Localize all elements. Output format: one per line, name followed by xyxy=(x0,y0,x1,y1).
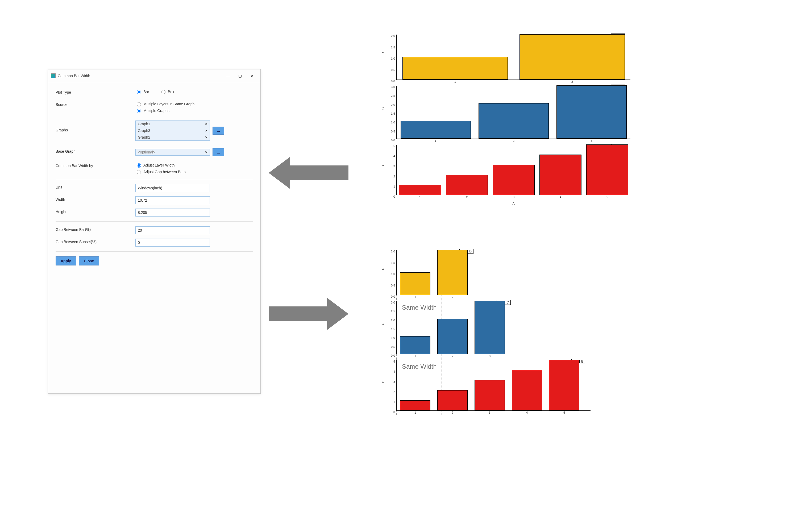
bar xyxy=(586,145,628,195)
bar xyxy=(512,370,543,411)
arrow-left-icon xyxy=(269,157,348,189)
plot-type-bar-radio[interactable]: Bar xyxy=(135,89,149,94)
bar xyxy=(478,103,549,138)
dialog-title: Common Bar Width xyxy=(58,74,222,78)
graph-chip[interactable]: Graph3 ✕ xyxy=(136,128,210,134)
bar xyxy=(400,336,431,354)
bar xyxy=(519,34,625,79)
plot-type-box-radio[interactable]: Box xyxy=(160,89,174,94)
bar xyxy=(539,155,582,195)
x-axis-label: A xyxy=(512,202,515,206)
height-field[interactable] xyxy=(135,209,210,216)
same-width-annotation: Same Width xyxy=(402,363,437,370)
bar-chart-c: CC0.00.51.01.52.02.53.0123 xyxy=(396,86,630,139)
graph-chip[interactable]: Graph2 ✕ xyxy=(136,134,210,140)
bar xyxy=(437,390,468,411)
bar xyxy=(446,175,488,195)
charts-before: DD0.00.51.01.52.012CC0.00.51.01.52.02.53… xyxy=(380,35,633,201)
unit-label: Unit xyxy=(56,184,135,189)
bar xyxy=(399,185,441,195)
bar xyxy=(402,57,508,79)
plot-type-label: Plot Type xyxy=(56,89,135,94)
bar-chart-b: BB01234512345Same Width xyxy=(396,360,590,411)
adjust-gap-radio[interactable]: Adjust Gap between Bars xyxy=(135,169,253,174)
browse-graphs-button[interactable]: ... xyxy=(212,127,224,135)
remove-graph-icon[interactable]: ✕ xyxy=(205,136,208,139)
maximize-button[interactable]: ▢ xyxy=(234,72,246,80)
bar xyxy=(556,86,627,138)
bar xyxy=(549,360,580,411)
graph-chip[interactable]: Graph1 ✕ xyxy=(136,121,210,128)
clear-base-graph-icon[interactable]: ✕ xyxy=(205,151,208,154)
graphs-label: Graphs xyxy=(56,120,135,132)
apply-button[interactable]: Apply xyxy=(56,256,76,265)
gap-subset-label: Gap Between Subset(%) xyxy=(56,239,135,244)
base-graph-label: Base Graph xyxy=(56,148,135,153)
bar xyxy=(401,121,471,138)
browse-base-graph-button[interactable]: ... xyxy=(212,148,224,156)
titlebar: Common Bar Width — ▢ ✕ xyxy=(48,70,261,82)
common-bar-width-dialog: Common Bar Width — ▢ ✕ Plot Type Bar Box xyxy=(48,69,261,394)
bar-chart-b: BB01234512345A xyxy=(396,145,630,195)
gap-subset-field[interactable] xyxy=(135,239,210,247)
source-multiple-graphs-radio[interactable]: Multiple Graphs xyxy=(135,108,253,113)
arrow-right-icon xyxy=(269,298,348,330)
bar xyxy=(475,301,505,354)
bar xyxy=(400,272,431,295)
close-button[interactable]: Close xyxy=(79,256,99,265)
gap-bar-label: Gap Between Bar(%) xyxy=(56,226,135,232)
bar xyxy=(475,380,505,411)
bar xyxy=(493,165,535,195)
minimize-button[interactable]: — xyxy=(222,72,234,80)
common-by-label: Common Bar Width by xyxy=(56,163,135,168)
unit-field[interactable] xyxy=(135,184,210,192)
width-label: Width xyxy=(56,196,135,202)
height-label: Height xyxy=(56,209,135,214)
close-window-button[interactable]: ✕ xyxy=(246,72,258,80)
bar-chart-d: DD0.00.51.01.52.012 xyxy=(396,35,630,80)
bar xyxy=(437,250,468,295)
app-icon xyxy=(51,73,56,78)
same-width-annotation: Same Width xyxy=(402,304,437,311)
source-same-graph-radio[interactable]: Multiple Layers in Same Graph xyxy=(135,101,253,107)
source-label: Source xyxy=(56,101,135,107)
bar-chart-d: DD0.00.51.01.52.012 xyxy=(396,250,479,295)
gap-bar-field[interactable] xyxy=(135,226,210,234)
bar xyxy=(437,319,468,354)
remove-graph-icon[interactable]: ✕ xyxy=(205,129,208,132)
base-graph-field[interactable]: <optional> ✕ xyxy=(135,149,210,156)
width-field[interactable] xyxy=(135,196,210,204)
remove-graph-icon[interactable]: ✕ xyxy=(205,122,208,126)
graphs-list[interactable]: Graph1 ✕ Graph3 ✕ Graph2 ✕ xyxy=(135,120,210,141)
bar xyxy=(400,400,431,411)
bar-chart-c: CC0.00.51.01.52.02.53.0123Same Width xyxy=(396,301,516,354)
adjust-layer-width-radio[interactable]: Adjust Layer Width xyxy=(135,163,253,168)
charts-after: DD0.00.51.01.52.012CC0.00.51.01.52.02.53… xyxy=(380,250,633,417)
